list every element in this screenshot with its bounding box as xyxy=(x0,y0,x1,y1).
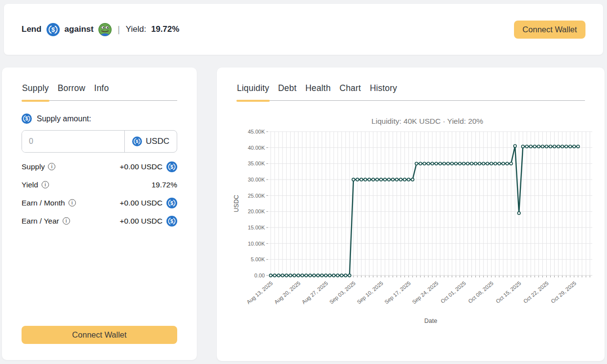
main-content: Supply Borrow Info Supply amount: USDC S… xyxy=(0,55,607,361)
row-earn-month-label: Earn / Month xyxy=(22,199,65,207)
usdc-coin-icon xyxy=(132,136,142,146)
supply-amount-input-group: USDC xyxy=(22,130,177,153)
svg-text:Aug 13, 2025: Aug 13, 2025 xyxy=(245,280,274,305)
liquidity-chart-area[interactable]: 0.005.00K10.00K15.00K20.00K25.00K30.00K3… xyxy=(217,114,605,362)
chart-panel: Liquidity Debt Health Chart History 0.00… xyxy=(217,68,605,361)
usdc-coin-icon xyxy=(22,114,32,124)
tab-health[interactable]: Health xyxy=(305,81,331,100)
row-yield: Yield i 19.72% xyxy=(22,176,177,194)
tab-history[interactable]: History xyxy=(369,81,397,100)
svg-text:25.00K: 25.00K xyxy=(248,193,265,199)
chart-tabs: Liquidity Debt Health Chart History xyxy=(236,81,585,101)
token-label: USDC xyxy=(146,136,169,146)
info-icon[interactable]: i xyxy=(63,217,70,225)
svg-text:40.00K: 40.00K xyxy=(248,145,265,151)
divider: | xyxy=(117,24,120,35)
svg-text:20.00K: 20.00K xyxy=(248,208,265,214)
against-label: against xyxy=(65,24,94,34)
svg-text:5.00K: 5.00K xyxy=(251,256,265,262)
row-supply: Supply i +0.00 USDC xyxy=(22,158,177,176)
yield-label: Yield: xyxy=(126,24,146,34)
lend-label: Lend xyxy=(22,24,42,34)
svg-text:35.00K: 35.00K xyxy=(248,160,265,166)
connect-wallet-button[interactable]: Connect Wallet xyxy=(514,21,585,39)
svg-text:USDC: USDC xyxy=(233,195,240,212)
usdc-coin-icon xyxy=(166,216,177,227)
yield-value: 19.72% xyxy=(151,24,180,34)
liquidity-chart: 0.005.00K10.00K15.00K20.00K25.00K30.00K3… xyxy=(217,114,605,362)
svg-text:Oct 01, 2025: Oct 01, 2025 xyxy=(440,280,467,304)
supply-details: Supply i +0.00 USDC Yield i 19.72% xyxy=(22,158,177,230)
svg-text:30.00K: 30.00K xyxy=(248,177,265,182)
svg-text:Oct 22, 2025: Oct 22, 2025 xyxy=(522,280,550,304)
svg-text:45.00K: 45.00K xyxy=(248,129,265,135)
svg-text:0.00: 0.00 xyxy=(255,273,265,278)
supply-panel: Supply Borrow Info Supply amount: USDC S… xyxy=(2,68,197,360)
info-icon[interactable]: i xyxy=(42,181,49,188)
svg-text:Aug 20, 2025: Aug 20, 2025 xyxy=(273,280,302,305)
tab-chart[interactable]: Chart xyxy=(339,81,362,100)
row-earn-year-value: +0.00 USDC xyxy=(120,217,163,226)
info-icon[interactable]: i xyxy=(48,163,55,170)
svg-text:Sep 24, 2025: Sep 24, 2025 xyxy=(411,280,440,305)
svg-text:Sep 03, 2025: Sep 03, 2025 xyxy=(328,280,356,305)
svg-text:Sep 17, 2025: Sep 17, 2025 xyxy=(383,280,412,305)
svg-text:Oct 15, 2025: Oct 15, 2025 xyxy=(494,280,522,304)
row-earn-month-value: +0.00 USDC xyxy=(120,199,163,207)
tab-debt[interactable]: Debt xyxy=(278,81,297,100)
info-icon[interactable]: i xyxy=(69,199,76,206)
row-earn-year-label: Earn / Year xyxy=(22,217,59,226)
svg-text:Date: Date xyxy=(424,318,437,324)
tab-info[interactable]: Info xyxy=(93,81,109,100)
svg-text:Liquidity: 40K USDC · Yield: 2: Liquidity: 40K USDC · Yield: 20% xyxy=(372,117,484,125)
pepe-coin-icon xyxy=(98,23,112,36)
svg-text:10.00K: 10.00K xyxy=(248,241,265,247)
tab-liquidity[interactable]: Liquidity xyxy=(236,81,270,100)
svg-text:15.00K: 15.00K xyxy=(248,225,265,230)
row-yield-label: Yield xyxy=(22,181,38,189)
usdc-coin-icon xyxy=(166,161,177,172)
usdc-coin-icon xyxy=(166,198,177,208)
supply-amount-label: Supply amount: xyxy=(37,114,91,123)
supply-amount-input[interactable] xyxy=(22,131,124,152)
svg-text:Aug 27, 2025: Aug 27, 2025 xyxy=(301,280,329,305)
row-yield-value: 19.72% xyxy=(151,181,177,189)
row-supply-value: +0.00 USDC xyxy=(120,162,163,171)
usdc-coin-icon xyxy=(47,23,60,36)
tab-supply[interactable]: Supply xyxy=(22,81,49,100)
svg-text:Oct 29, 2025: Oct 29, 2025 xyxy=(550,280,577,304)
svg-text:Sep 10, 2025: Sep 10, 2025 xyxy=(356,280,384,305)
supply-amount-label-row: Supply amount: xyxy=(22,114,177,124)
row-supply-label: Supply xyxy=(22,162,45,171)
svg-text:Oct 08, 2025: Oct 08, 2025 xyxy=(467,280,494,304)
connect-wallet-button[interactable]: Connect Wallet xyxy=(22,326,177,344)
market-summary: Lend against | Yield: 19.72% xyxy=(22,23,179,36)
token-selector[interactable]: USDC xyxy=(124,131,177,152)
row-earn-month: Earn / Month i +0.00 USDC xyxy=(22,194,177,212)
header-bar: Lend against | Yield: 19.72% Connect Wal… xyxy=(4,4,603,55)
row-earn-year: Earn / Year i +0.00 USDC xyxy=(22,212,177,230)
tab-borrow[interactable]: Borrow xyxy=(57,81,86,100)
supply-tabs: Supply Borrow Info xyxy=(22,81,177,101)
